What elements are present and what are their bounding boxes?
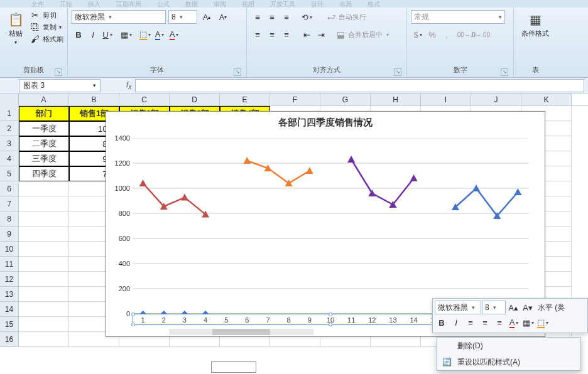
col-header-G[interactable]: G — [320, 94, 371, 105]
tab-插入[interactable]: 插入 — [88, 0, 101, 8]
col-header-I[interactable]: I — [421, 94, 471, 105]
mini-align-center[interactable]: ≡ — [478, 316, 492, 329]
col-header-E[interactable]: E — [220, 94, 270, 105]
row-header-6[interactable]: 6 — [0, 181, 19, 196]
row-header-10[interactable]: 10 — [0, 242, 19, 257]
number-format-combo[interactable]: 常规▾ — [411, 10, 505, 24]
tab-设计[interactable]: 设计 — [311, 0, 324, 8]
formula-bar[interactable] — [135, 79, 584, 92]
shrink-font-button[interactable]: A▾ — [216, 10, 230, 24]
row-header-9[interactable]: 9 — [0, 227, 19, 242]
mini-align-left[interactable]: ≡ — [464, 316, 477, 329]
format-painter-button[interactable]: 🖌格式刷 — [30, 34, 63, 44]
font-name-combo[interactable]: 微软雅黑▾ — [72, 10, 166, 24]
bold-button[interactable]: B — [72, 28, 85, 41]
comma-button[interactable]: , — [440, 28, 454, 41]
tab-文件[interactable]: 文件 — [31, 0, 44, 8]
copy-button[interactable]: ⿻复制▾ — [30, 22, 63, 32]
tab-开始[interactable]: 开始 — [60, 0, 72, 8]
mini-grow-font[interactable]: A▴ — [506, 301, 520, 314]
col-header-K[interactable]: K — [521, 94, 572, 105]
cell[interactable] — [19, 227, 69, 242]
fx-icon[interactable]: fx — [122, 80, 135, 90]
align-right-button[interactable]: ≡ — [280, 28, 293, 41]
align-launcher[interactable]: ↘ — [394, 68, 401, 76]
tab-数据[interactable]: 数据 — [185, 0, 198, 8]
row-header-16[interactable]: 16 — [0, 332, 19, 347]
row-header-3[interactable]: 3 — [0, 136, 19, 151]
underline-button[interactable]: U — [101, 28, 114, 41]
conditional-format-button[interactable]: ▦ 条件格式 — [518, 10, 553, 40]
cell[interactable]: 三季度 — [19, 151, 69, 166]
row-header-11[interactable]: 11 — [0, 257, 19, 272]
mini-italic[interactable]: I — [449, 316, 463, 329]
mini-border[interactable]: ▦ — [521, 316, 535, 329]
mini-fill[interactable]: ⬚ — [536, 316, 550, 329]
cell[interactable]: 部门 — [19, 106, 69, 121]
col-header-J[interactable]: J — [471, 94, 521, 105]
cell[interactable]: 一季度 — [19, 121, 69, 136]
decrease-indent-button[interactable]: ⇤ — [300, 28, 313, 41]
mini-shrink-font[interactable]: A▾ — [521, 301, 535, 314]
col-header-C[interactable]: C — [119, 94, 170, 105]
paste-button[interactable]: 📋 粘贴 ▾ — [4, 10, 28, 46]
chart-scrollbar[interactable] — [169, 329, 313, 335]
row-header-14[interactable]: 14 — [0, 302, 19, 317]
tab-开发工具[interactable]: 开发工具 — [270, 0, 295, 8]
floating-input[interactable] — [211, 361, 256, 373]
row-header-1[interactable]: 1 — [0, 106, 19, 121]
font-color-blue-button[interactable]: A — [153, 28, 166, 41]
row-header-5[interactable]: 5 — [0, 166, 19, 181]
col-header-H[interactable]: H — [371, 94, 421, 105]
font-color-red-button[interactable]: A — [167, 28, 181, 41]
mini-size-combo[interactable]: 8▾ — [482, 301, 506, 314]
col-header-B[interactable]: B — [69, 94, 119, 105]
col-header-F[interactable]: F — [270, 94, 320, 105]
font-size-combo[interactable]: 8▾ — [168, 10, 197, 24]
font-launcher[interactable]: ↘ — [234, 68, 241, 76]
row-header-12[interactable]: 12 — [0, 272, 19, 287]
col-header-D[interactable]: D — [170, 94, 220, 105]
cell[interactable]: 四季度 — [19, 166, 69, 181]
italic-button[interactable]: I — [86, 28, 100, 41]
align-bottom-button[interactable]: ≡ — [280, 10, 293, 24]
row-header-7[interactable]: 7 — [0, 196, 19, 211]
align-center-button[interactable]: ≡ — [265, 28, 279, 41]
cell[interactable] — [19, 317, 69, 332]
percent-button[interactable]: % — [425, 28, 439, 41]
cell[interactable] — [19, 302, 69, 317]
number-launcher[interactable]: ↘ — [501, 68, 508, 76]
merge-center-button[interactable]: ⬓合并后居中▾ — [335, 29, 389, 40]
tab-审阅[interactable]: 审阅 — [214, 0, 226, 8]
mini-bold[interactable]: B — [435, 316, 449, 329]
select-all-corner[interactable] — [0, 94, 19, 106]
cell[interactable] — [19, 332, 69, 347]
align-top-button[interactable]: ≡ — [251, 10, 264, 24]
mini-font-color[interactable]: A — [507, 316, 521, 329]
wrap-text-button[interactable]: ⮐自动换行 — [326, 12, 366, 22]
tab-页面布局[interactable]: 页面布局 — [116, 0, 141, 8]
tab-视图[interactable]: 视图 — [242, 0, 254, 8]
align-middle-button[interactable]: ≡ — [265, 10, 279, 24]
mini-align-right[interactable]: ≡ — [493, 316, 506, 329]
name-box[interactable]: 图表 3▾ — [19, 79, 101, 92]
increase-indent-button[interactable]: ⇥ — [314, 28, 328, 41]
cell[interactable] — [19, 242, 69, 257]
cut-button[interactable]: ✂剪切 — [30, 10, 63, 20]
grow-font-button[interactable]: A▴ — [200, 10, 214, 24]
orientation-button[interactable]: ⟲ — [300, 10, 313, 24]
chart-title[interactable]: 各部门四季度销售情况 — [106, 112, 545, 131]
fill-color-button[interactable]: ⬚ — [138, 28, 152, 41]
cell[interactable]: 二季度 — [19, 136, 69, 151]
row-header-8[interactable]: 8 — [0, 211, 19, 227]
cell[interactable] — [19, 211, 69, 227]
tab-格式[interactable]: 格式 — [368, 0, 380, 8]
ctx-reset-style[interactable]: 🔄重设以匹配样式(A) — [437, 354, 580, 370]
row-header-13[interactable]: 13 — [0, 287, 19, 302]
cell[interactable] — [19, 257, 69, 272]
row-header-4[interactable]: 4 — [0, 151, 19, 166]
accounting-button[interactable]: $ — [411, 28, 425, 41]
cell[interactable] — [19, 181, 69, 196]
cell[interactable] — [19, 272, 69, 287]
cell[interactable] — [19, 196, 69, 211]
